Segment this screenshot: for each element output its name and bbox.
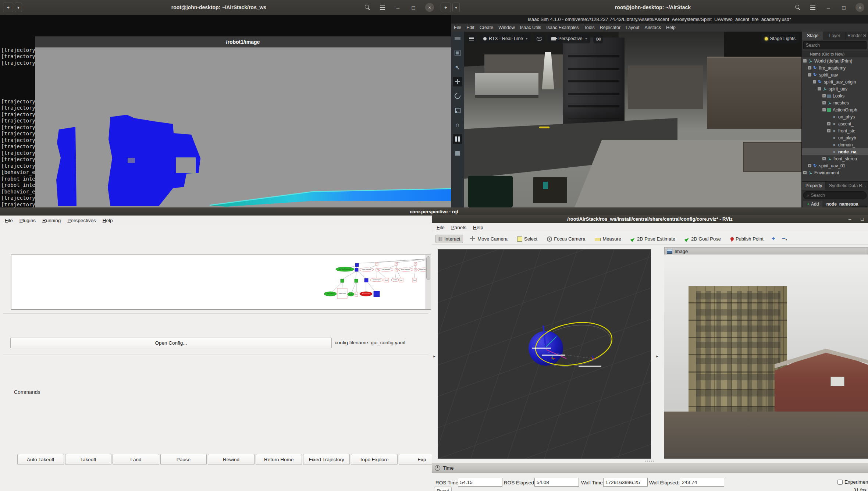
terminal-right-titlebar[interactable]: root@john-desktop: ~/AirStack + ▾ – □ × xyxy=(438,0,868,15)
panel-collapse-handle[interactable]: ▸ xyxy=(655,352,659,360)
rqt-titlebar[interactable]: core.perspective - rqt xyxy=(0,207,868,216)
stage-sort-header[interactable]: Name (Old to New) xyxy=(802,51,868,57)
rviz-tool-button[interactable]: Interact xyxy=(435,235,463,243)
command-button[interactable]: Rewind xyxy=(208,454,255,465)
behavior-tree-scrollbar[interactable] xyxy=(426,255,431,309)
splitter-handle[interactable]: ••••• xyxy=(432,460,868,463)
stage-tree-row[interactable]: on_phys xyxy=(802,113,868,120)
stage-tree-row[interactable]: domain_ xyxy=(802,141,868,148)
stage-tree-row[interactable]: - World (defaultPrim) xyxy=(802,57,868,64)
search-icon[interactable] xyxy=(363,4,371,11)
isaac-menu-item[interactable]: Replicator xyxy=(600,25,620,30)
behavior-tree-panel[interactable]: Auto Takeoff CommandedTakeoff Commanded?… xyxy=(11,255,431,310)
remove-tool-button[interactable]: −▾ xyxy=(780,235,789,242)
wall-elapsed-input[interactable] xyxy=(680,478,724,487)
isaac-viewport[interactable]: RTX - Real-Time ▾ Perspective ▾ Stage Li… xyxy=(464,32,801,213)
rqt-menu-item[interactable]: Perspectives xyxy=(65,217,98,224)
search-icon[interactable] xyxy=(794,4,801,11)
select-tool-icon[interactable]: ↖ xyxy=(453,63,462,72)
rqt-menu-item[interactable]: Running xyxy=(40,217,63,224)
visibility-icon[interactable] xyxy=(534,34,545,43)
stage-tree-row[interactable]: node_na xyxy=(802,148,868,155)
expand-toggle-icon[interactable]: - xyxy=(808,73,811,77)
rviz-tool-button[interactable]: 2D Goal Pose xyxy=(682,235,724,243)
expand-toggle-icon[interactable]: + xyxy=(803,171,807,174)
isaac-menu-item[interactable]: Tools xyxy=(584,25,595,30)
rqt-menu-item[interactable]: File xyxy=(2,217,15,224)
tab-property[interactable]: Property xyxy=(802,182,825,190)
stage-tree-row[interactable]: - spirit_uav_origin xyxy=(802,78,868,85)
new-tab-icon[interactable]: + xyxy=(441,3,451,12)
stage-tree-row[interactable]: + fire_academy xyxy=(802,64,868,71)
tab-layer[interactable]: Layer xyxy=(824,32,846,40)
terminal-left-titlebar[interactable]: root@john-desktop: ~/AirStack/ros_ws + ▾… xyxy=(0,0,438,15)
command-button[interactable]: Land xyxy=(113,454,159,465)
isaac-menu-item[interactable]: Create xyxy=(480,25,494,30)
close-icon[interactable]: × xyxy=(425,3,434,12)
tab-stage[interactable]: Stage xyxy=(802,32,824,40)
camera-selector[interactable]: Perspective ▾ xyxy=(548,34,590,43)
isaac-titlebar[interactable]: Isaac Sim 4.1.0 - omniverse://128.237.74… xyxy=(451,15,868,24)
stage-tree-row[interactable]: + meshes xyxy=(802,99,868,106)
ros-elapsed-input[interactable] xyxy=(534,478,579,487)
expand-toggle-icon[interactable]: + xyxy=(808,164,811,167)
property-search-input[interactable]: ⌕ Search xyxy=(803,191,867,199)
command-button[interactable]: Pause xyxy=(160,454,207,465)
panel-collapse-handle[interactable]: ▸ xyxy=(433,352,436,360)
isaac-menu-item[interactable]: Layout xyxy=(626,25,640,30)
time-panel-header[interactable]: Time xyxy=(432,463,868,473)
new-tab-icon[interactable]: + xyxy=(3,3,13,12)
menu-icon[interactable] xyxy=(809,4,817,11)
minimize-icon[interactable]: – xyxy=(849,216,851,222)
rviz-menu-item[interactable]: Help xyxy=(470,224,486,231)
menu-icon[interactable] xyxy=(379,4,386,11)
viewport-settings-icon[interactable] xyxy=(466,34,477,43)
expand-toggle-icon[interactable]: + xyxy=(827,129,830,132)
command-button[interactable]: Auto Takeoff xyxy=(17,454,64,465)
stage-tree-row[interactable]: - ActionGraph xyxy=(802,106,868,113)
robot-image-canvas[interactable] xyxy=(35,47,451,213)
selection-mode-icon[interactable] xyxy=(453,48,462,58)
expand-toggle-icon[interactable]: - xyxy=(803,59,807,63)
tab-dropdown-icon[interactable]: ▾ xyxy=(15,3,22,12)
stage-tree-row[interactable]: + front_stereo xyxy=(802,155,868,162)
isaac-menu-item[interactable]: Isaac Utils xyxy=(520,25,541,30)
renderer-selector[interactable]: RTX - Real-Time ▾ xyxy=(480,34,531,43)
add-tool-button[interactable]: + xyxy=(770,235,777,242)
rviz-menu-item[interactable]: Panels xyxy=(449,224,469,231)
expand-toggle-icon[interactable]: - xyxy=(822,108,826,111)
stop-button-icon[interactable] xyxy=(453,149,462,158)
stage-tree-row[interactable]: + spirit_uav_01 xyxy=(802,162,868,169)
rotate-tool-icon[interactable] xyxy=(453,91,462,101)
rviz-tool-button[interactable]: Focus Camera xyxy=(544,235,588,243)
command-button[interactable]: Topo Explore xyxy=(351,454,398,465)
command-button[interactable]: Fixed Trajectory xyxy=(303,454,350,465)
pause-button-icon[interactable] xyxy=(453,134,462,144)
command-button[interactable]: Return Home xyxy=(256,454,302,465)
stage-tree-row[interactable]: + Looks xyxy=(802,92,868,99)
rviz-tool-button[interactable]: 2D Pose Estimate xyxy=(628,235,678,243)
snap-tool-icon[interactable]: ∩ xyxy=(453,120,462,130)
rviz-tool-button[interactable]: Select xyxy=(514,235,540,243)
move-tool-icon[interactable] xyxy=(453,77,462,86)
add-property-button[interactable]: + Add xyxy=(803,201,822,207)
stage-lights-toggle[interactable]: Stage Lights xyxy=(761,34,800,43)
stage-tree-row[interactable]: - spirit_uav xyxy=(802,71,868,78)
rviz-3d-view[interactable] xyxy=(438,249,651,459)
rqt-menu-item[interactable]: Plugins xyxy=(17,217,38,224)
rviz-menu-item[interactable]: File xyxy=(434,224,447,231)
expand-toggle-icon[interactable]: + xyxy=(822,94,826,97)
maximize-icon[interactable]: □ xyxy=(410,4,417,11)
toolbar-drag-handle-icon[interactable] xyxy=(453,34,462,43)
expand-toggle-icon[interactable]: - xyxy=(818,87,821,90)
close-icon[interactable]: × xyxy=(855,3,864,12)
minimize-icon[interactable]: – xyxy=(394,4,402,11)
isaac-menu-item[interactable]: Isaac Examples xyxy=(546,25,579,30)
isaac-menu-item[interactable]: File xyxy=(454,25,461,30)
tab-dropdown-icon[interactable]: ▾ xyxy=(452,3,460,12)
robot-image-titlebar[interactable]: /robot1/image xyxy=(35,36,451,47)
isaac-menu-item[interactable]: Window xyxy=(498,25,515,30)
experimental-checkbox[interactable] xyxy=(837,480,843,485)
image-panel-header[interactable]: Image xyxy=(664,247,868,255)
expand-toggle-icon[interactable]: - xyxy=(813,80,816,83)
